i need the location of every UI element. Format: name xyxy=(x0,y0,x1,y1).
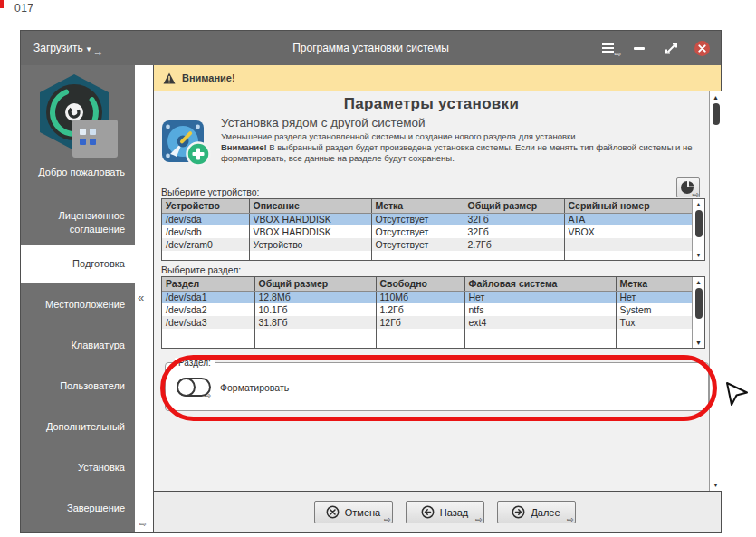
cell[interactable]: 110Мб xyxy=(376,291,464,303)
next-circle-icon xyxy=(512,505,525,519)
cell[interactable]: 31.8Гб xyxy=(254,316,376,329)
scroll-thumb[interactable] xyxy=(695,288,703,319)
col-device[interactable]: Устройство xyxy=(162,199,249,213)
maximize-button[interactable] xyxy=(663,40,679,56)
col-label[interactable]: Метка xyxy=(616,277,694,291)
device-table-header: Устройство Описание Метка Общий размер С… xyxy=(162,199,694,213)
device-table-scrollbar[interactable]: ▲ ▼ xyxy=(692,199,704,260)
sidebar-item-users[interactable]: Пользователи xyxy=(21,379,135,393)
cell[interactable]: /dev/sda3 xyxy=(162,316,254,329)
scroll-up-icon[interactable]: ▲ xyxy=(710,92,722,102)
cell[interactable]: /dev/zram0 xyxy=(162,238,249,251)
cell[interactable]: Tux xyxy=(616,316,694,329)
cell[interactable]: Нет xyxy=(464,291,616,303)
disk-usage-button[interactable]: ⇨ xyxy=(676,177,700,197)
main-scrollbar[interactable]: ▲ ▼ xyxy=(709,91,722,491)
device-section-header: Выберите устройство: ⇨ xyxy=(161,176,702,197)
cell xyxy=(162,251,249,260)
cell[interactable]: /dev/sda2 xyxy=(162,303,254,316)
sidebar-item-install[interactable]: Установка xyxy=(21,461,135,475)
col-size[interactable]: Общий размер xyxy=(254,277,376,291)
cell[interactable]: 32Гб xyxy=(464,225,564,238)
desc-line1: Уменьшение раздела установленной системы… xyxy=(221,131,578,141)
minimize-button[interactable] xyxy=(631,40,647,56)
col-label[interactable]: Метка xyxy=(371,199,464,213)
sidebar-item-keyboard[interactable]: Клавиатура xyxy=(21,339,135,352)
sidebar-item-location[interactable]: Местоположение xyxy=(21,298,135,312)
sidebar-item-preparation[interactable]: Подготовка xyxy=(21,245,135,283)
partition-row-sda3[interactable]: /dev/sda3 31.8Гб 12Гб ext4 Tux xyxy=(162,316,694,329)
col-partition[interactable]: Раздел xyxy=(162,277,254,291)
format-toggle[interactable]: ⇨ xyxy=(177,378,211,397)
warning-triangle-icon xyxy=(163,72,176,84)
cell[interactable]: Отсутствует xyxy=(371,213,464,225)
shortcut-arrow-icon: ⇨ xyxy=(567,516,574,524)
minimize-icon xyxy=(634,47,645,50)
cell[interactable]: 10.1Гб xyxy=(254,303,376,316)
toggle-knob[interactable] xyxy=(177,378,196,397)
close-button[interactable] xyxy=(694,41,710,56)
sidebar-collapse-button[interactable]: « xyxy=(138,291,144,304)
scroll-up-icon[interactable]: ▲ xyxy=(693,277,704,287)
cell[interactable]: Отсутствует xyxy=(371,238,464,251)
cell[interactable]: Отсутствует xyxy=(371,225,464,238)
col-free[interactable]: Свободно xyxy=(376,277,464,291)
back-button[interactable]: Назад ⇨ xyxy=(406,501,484,523)
cell[interactable]: 1.2Гб xyxy=(376,303,464,316)
cell[interactable]: Нет xyxy=(616,291,694,303)
scroll-down-icon[interactable]: ▼ xyxy=(693,250,704,260)
scroll-thumb[interactable] xyxy=(695,210,703,237)
warning-banner-text: Внимание! xyxy=(182,72,235,83)
cell[interactable]: ATA xyxy=(564,213,694,225)
groupbox-legend: Раздел: xyxy=(175,358,215,368)
window-menu-button[interactable]: ⇨ xyxy=(599,40,616,56)
cell[interactable]: ext4 xyxy=(464,316,616,329)
cell[interactable]: /dev/sdb xyxy=(162,225,249,238)
mouse-cursor-icon xyxy=(724,377,751,413)
device-row-sdb[interactable]: /dev/sdb VBOX HARDDISK Отсутствует 32Гб … xyxy=(162,225,694,238)
sidebar: Добро пожаловать Лицензионное соглашение… xyxy=(21,65,135,532)
load-menu-label: Загрузить xyxy=(33,42,83,54)
cell[interactable]: /dev/sda1 xyxy=(162,291,254,303)
sidebar-item-finish[interactable]: Завершение xyxy=(21,502,135,515)
partition-row-sda1[interactable]: /dev/sda1 12.8Мб 110Мб Нет Нет xyxy=(162,291,694,303)
partition-row-sda2[interactable]: /dev/sda2 10.1Гб 1.2Гб ntfs System xyxy=(162,303,694,316)
scroll-up-icon[interactable]: ▲ xyxy=(693,199,704,209)
cell[interactable]: Устройство xyxy=(249,238,371,251)
cell[interactable]: ntfs xyxy=(464,303,616,316)
cell[interactable]: VBOX xyxy=(564,225,694,238)
cell[interactable]: 12.8Мб xyxy=(254,291,376,303)
sidebar-item-license[interactable]: Лицензионное соглашение xyxy=(21,209,135,236)
partition-table: Раздел Общий размер Свободно Файловая си… xyxy=(161,276,705,349)
scroll-down-icon[interactable]: ▼ xyxy=(693,338,704,348)
device-table: Устройство Описание Метка Общий размер С… xyxy=(161,198,705,261)
cell[interactable]: 2.7Гб xyxy=(464,238,564,251)
scroll-down-icon[interactable]: ▼ xyxy=(710,480,722,490)
col-filesystem[interactable]: Файловая система xyxy=(464,277,616,291)
sidebar-item-welcome[interactable]: Добро пожаловать xyxy=(21,166,135,179)
scroll-thumb[interactable] xyxy=(713,103,720,125)
partition-table-scrollbar[interactable]: ▲ ▼ xyxy=(692,277,704,348)
device-row-zram0[interactable]: /dev/zram0 Устройство Отсутствует 2.7Гб xyxy=(162,238,694,251)
cell xyxy=(371,251,464,260)
format-toggle-label: Форматировать xyxy=(220,382,289,393)
device-row-sda[interactable]: /dev/sda VBOX HARDDISK Отсутствует 32Гб … xyxy=(162,213,694,225)
cell[interactable]: 32Гб xyxy=(464,213,564,225)
partition-select-label: Выберите раздел: xyxy=(161,264,702,275)
cancel-label: Отмена xyxy=(345,507,380,518)
sidebar-item-additional[interactable]: Дополнительный xyxy=(21,420,135,434)
col-description[interactable]: Описание xyxy=(249,199,371,213)
col-size[interactable]: Общий размер xyxy=(464,199,564,213)
cell[interactable]: VBOX HARDDISK xyxy=(249,225,371,238)
col-serial[interactable]: Серийный номер xyxy=(564,199,694,213)
cell xyxy=(254,329,376,348)
cell[interactable]: System xyxy=(616,303,694,316)
cell[interactable]: /dev/sda xyxy=(162,213,249,225)
cell[interactable]: VBOX HARDDISK xyxy=(249,213,371,225)
cell[interactable] xyxy=(564,238,694,251)
load-menu-button[interactable]: Загрузить ▾ ⇨ xyxy=(33,42,101,54)
cancel-button[interactable]: Отмена ⇨ xyxy=(314,501,393,523)
next-button[interactable]: Далее ⇨ xyxy=(497,501,576,523)
cell[interactable]: 12Гб xyxy=(376,316,464,329)
hamburger-icon xyxy=(602,43,614,53)
